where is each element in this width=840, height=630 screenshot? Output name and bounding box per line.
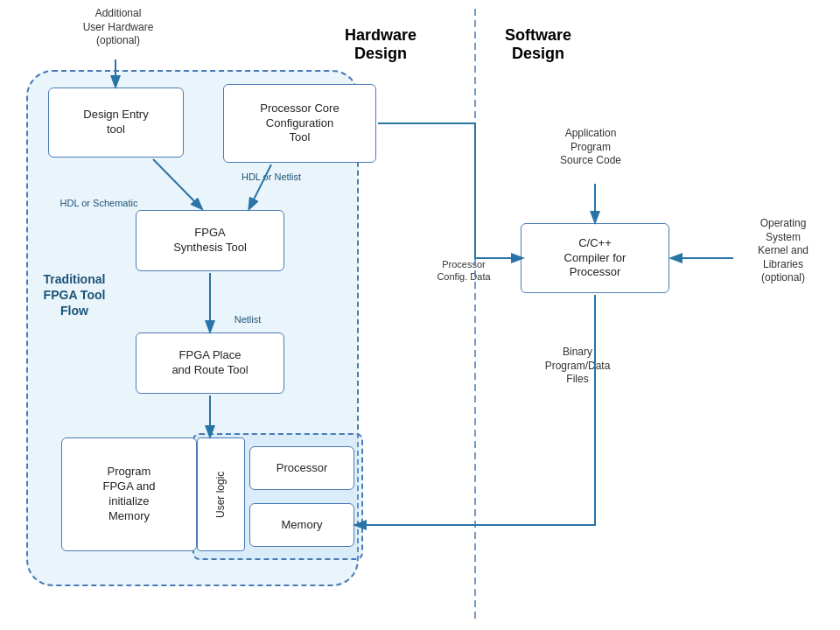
fpga-synth-label: FPGASynthesis Tool [173, 226, 247, 256]
memory-inner-label: Memory [282, 518, 323, 533]
proc-config-data-label: ProcessorConfig. Data [420, 258, 508, 284]
user-logic-box: User logic [197, 438, 245, 551]
app-source-label: ApplicationProgramSource Code [538, 127, 643, 168]
fpga-route-box: FPGA Placeand Route Tool [136, 332, 284, 394]
proc-config-label: Processor CoreConfigurationTool [260, 102, 339, 146]
design-entry-label: Design Entrytool [83, 108, 148, 137]
software-design-heading: SoftwareDesign [477, 26, 599, 63]
hdl-schematic-label: HDL or Schematic [51, 197, 147, 209]
compiler-label: C/C++Compiler forProcessor [564, 236, 626, 281]
traditional-fpga-label: TraditionalFPGA ToolFlow [22, 271, 127, 319]
compiler-box: C/C++Compiler forProcessor [521, 223, 669, 293]
diagram: HardwareDesign SoftwareDesign Design Ent… [0, 0, 840, 630]
user-logic-label: User logic [214, 471, 228, 517]
hdl-netlist-label: HDL or Netlist [223, 171, 319, 183]
program-fpga-label: ProgramFPGA andinitializeMemory [103, 465, 156, 524]
os-kernel-label: OperatingSystemKernel andLibraries(optio… [735, 217, 831, 285]
program-fpga-box: ProgramFPGA andinitializeMemory [61, 438, 197, 551]
binary-files-label: BinaryProgram/DataFiles [525, 346, 630, 387]
netlist-label: Netlist [217, 313, 278, 326]
fpga-synth-box: FPGASynthesis Tool [136, 210, 284, 271]
design-entry-box: Design Entrytool [48, 88, 184, 158]
processor-inner-box: Processor [249, 446, 354, 490]
additional-hw-label: AdditionalUser Hardware(optional) [61, 7, 175, 48]
hardware-design-heading: HardwareDesign [324, 26, 438, 63]
memory-inner-box: Memory [249, 503, 354, 547]
proc-config-box: Processor CoreConfigurationTool [223, 84, 376, 163]
fpga-route-label: FPGA Placeand Route Tool [172, 348, 248, 378]
processor-inner-label: Processor [276, 461, 328, 476]
